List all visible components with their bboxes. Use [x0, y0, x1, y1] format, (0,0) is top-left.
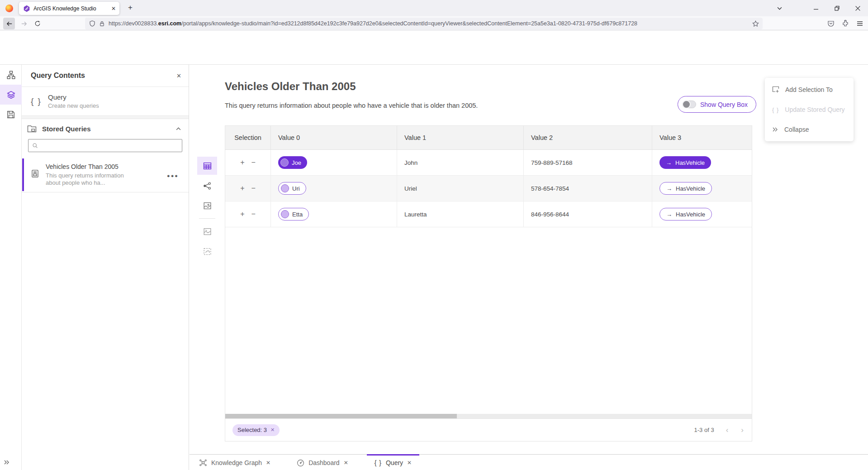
browser-tab-title: ArcGIS Knowledge Studio — [33, 5, 108, 12]
url-text[interactable]: https://dev0028833.esri.com/portal/apps/… — [109, 20, 749, 27]
tab-dashboard[interactable]: Dashboard ✕ — [289, 454, 356, 470]
back-button[interactable] — [3, 18, 15, 29]
link-chart-view-button[interactable] — [197, 177, 217, 195]
tab-knowledge-graph[interactable]: Knowledge Graph ✕ — [191, 454, 278, 470]
selected-count-chip[interactable]: Selected: 3 ✕ — [232, 424, 280, 436]
extensions-icon[interactable] — [842, 20, 849, 27]
reload-button[interactable] — [32, 18, 43, 29]
add-selection-to-icon — [772, 86, 779, 93]
expand-rail-icon[interactable] — [4, 459, 10, 465]
tab-list-chevron-icon[interactable] — [769, 0, 790, 16]
cell-value1[interactable]: John — [397, 150, 524, 175]
add-selection-icon[interactable]: + — [240, 185, 244, 192]
column-header-selection[interactable]: Selection — [225, 126, 271, 149]
save-rail-button[interactable] — [0, 105, 22, 125]
cell-value2[interactable]: 578-654-7854 — [524, 176, 652, 201]
braces-icon: { } — [375, 459, 382, 466]
remove-selection-icon[interactable]: − — [251, 185, 256, 192]
previous-page-icon[interactable]: ‹ — [726, 426, 729, 434]
menu-item-add-selection-to[interactable]: Add Selection To — [765, 80, 854, 100]
arrow-right-icon: → — [666, 211, 672, 218]
relationship-pill[interactable]: →HasVehicle — [659, 182, 712, 195]
add-selection-icon[interactable]: + — [240, 211, 244, 218]
lock-icon[interactable] — [99, 21, 105, 27]
tracking-shield-icon[interactable] — [89, 20, 95, 27]
relationship-pill[interactable]: →HasVehicle — [659, 156, 711, 169]
menu-item-update-stored-query[interactable]: { } Update Stored Query — [765, 100, 854, 120]
app-header: Certification Project ? PL publisher2 la… — [0, 30, 868, 65]
stored-queries-title: Stored Queries — [42, 125, 170, 133]
layers-icon — [7, 91, 15, 99]
map-view-button[interactable] — [197, 197, 217, 215]
close-tab-icon[interactable]: ✕ — [344, 460, 348, 466]
tab-query[interactable]: { } Query ✕ — [367, 454, 419, 470]
entity-pill[interactable]: Joe — [278, 156, 307, 169]
window-minimize-button[interactable] — [806, 0, 826, 16]
stored-queries-header[interactable]: Stored Queries — [22, 119, 189, 138]
table-row: + − Joe John 759-889-57168 →HasVehicle — [225, 150, 752, 176]
stored-queries-search-input[interactable] — [41, 142, 178, 149]
selected-count-label: Selected: 3 — [237, 427, 267, 433]
tab-close-icon[interactable]: ✕ — [111, 6, 116, 11]
folder-icon — [27, 125, 37, 133]
map-icon — [203, 201, 212, 210]
close-tab-icon[interactable]: ✕ — [266, 460, 270, 466]
cell-value1[interactable]: Lauretta — [397, 201, 524, 227]
window-restore-button[interactable] — [826, 0, 847, 16]
show-query-box-toggle[interactable]: Show Query Box — [678, 96, 756, 113]
stored-query-item[interactable]: Vehicles Older Than 2005 This query retu… — [22, 158, 189, 192]
table-header-row: Selection Value 0 Value 1 Value 2 Value … — [225, 126, 752, 150]
cell-value1[interactable]: Uriel — [397, 176, 524, 201]
forward-button[interactable] — [18, 18, 30, 29]
contents-rail-button[interactable] — [0, 85, 22, 105]
add-to-map-button[interactable] — [197, 222, 217, 240]
add-selection-icon[interactable]: + — [240, 159, 244, 166]
entity-pill[interactable]: Uri — [278, 182, 306, 195]
data-model-rail-button[interactable] — [0, 65, 22, 85]
table-footer: Selected: 3 ✕ 1-3 of 3 ‹ › — [225, 418, 752, 441]
window-close-button[interactable] — [847, 0, 868, 16]
cell-value2[interactable]: 846-956-8644 — [524, 201, 652, 227]
stored-query-description: This query returns information about peo… — [46, 172, 138, 187]
link-chart-icon — [203, 182, 212, 190]
browser-tab[interactable]: ArcGIS Knowledge Studio ✕ — [19, 2, 119, 15]
firefox-view-icon[interactable] — [5, 5, 13, 12]
selection-tools-button[interactable] — [197, 242, 217, 260]
query-item-description: Create new queries — [48, 102, 99, 109]
bookmark-star-icon[interactable] — [752, 20, 759, 27]
stored-queries-search[interactable] — [28, 139, 182, 152]
query-result-title: Vehicles Older Than 2005 — [225, 80, 356, 93]
new-query-item[interactable]: { } Query Create new queries — [22, 87, 189, 115]
column-header-value2[interactable]: Value 2 — [524, 126, 652, 149]
toggle-switch-icon[interactable] — [682, 101, 696, 108]
close-tab-icon[interactable]: ✕ — [407, 460, 412, 466]
browser-tab-strip: ArcGIS Knowledge Studio ✕ + — [0, 0, 868, 16]
knowledge-graph-icon — [199, 459, 207, 467]
remove-selection-icon[interactable]: − — [251, 211, 256, 218]
table-view-button[interactable] — [197, 157, 217, 175]
clear-selection-icon[interactable]: ✕ — [270, 427, 275, 433]
column-header-value1[interactable]: Value 1 — [397, 126, 524, 149]
menu-hamburger-icon[interactable] — [856, 20, 863, 27]
column-header-value3[interactable]: Value 3 — [652, 126, 753, 149]
arrow-right-icon: → — [666, 159, 672, 166]
table-row: + − Etta Lauretta 846-956-8644 →HasVehic… — [225, 201, 752, 227]
collapse-chevron-icon[interactable] — [175, 126, 181, 132]
new-tab-button[interactable]: + — [128, 3, 133, 12]
table-row: + − Uri Uriel 578-654-7854 →HasVehicle — [225, 176, 752, 201]
remove-selection-icon[interactable]: − — [251, 159, 256, 166]
entity-pill[interactable]: Etta — [278, 208, 309, 221]
toolbar-divider — [199, 218, 215, 219]
next-page-icon[interactable]: › — [741, 426, 744, 434]
menu-item-collapse[interactable]: Collapse — [765, 120, 854, 139]
relationship-pill[interactable]: →HasVehicle — [659, 208, 712, 221]
pocket-icon[interactable] — [827, 20, 835, 27]
cell-value2[interactable]: 759-889-57168 — [524, 150, 652, 175]
stored-query-overflow-menu-icon[interactable]: ●●● — [167, 173, 179, 178]
panel-close-icon[interactable]: ✕ — [176, 72, 181, 79]
horizontal-scrollbar[interactable] — [225, 414, 752, 418]
scrollbar-thumb[interactable] — [225, 414, 457, 418]
entity-avatar-icon — [281, 184, 289, 192]
url-bar[interactable]: https://dev0028833.esri.com/portal/apps/… — [85, 18, 763, 29]
column-header-value0[interactable]: Value 0 — [271, 126, 397, 149]
